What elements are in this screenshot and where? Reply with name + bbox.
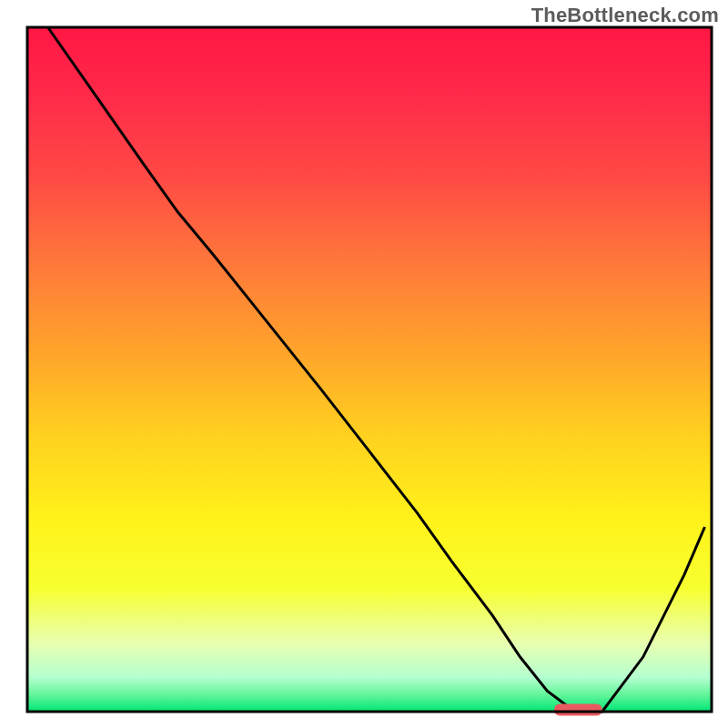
gradient-background: [27, 27, 712, 712]
bottleneck-chart: [0, 0, 728, 728]
chart-container: TheBottleneck.com: [0, 0, 728, 728]
optimal-marker: [554, 704, 602, 716]
